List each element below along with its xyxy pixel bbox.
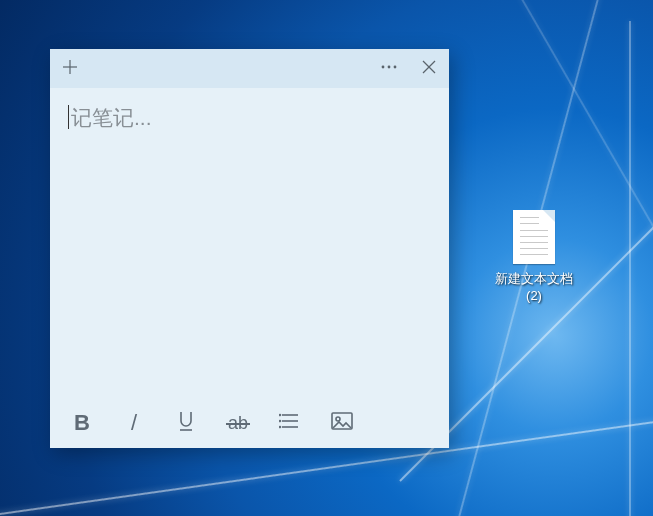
more-icon bbox=[380, 59, 398, 79]
bold-button[interactable]: B bbox=[56, 398, 108, 448]
svg-point-4 bbox=[394, 65, 397, 68]
bullet-list-button[interactable] bbox=[264, 398, 316, 448]
plus-icon bbox=[62, 59, 78, 79]
strikethrough-button[interactable]: ab bbox=[212, 398, 264, 448]
svg-point-3 bbox=[388, 65, 391, 68]
bold-icon: B bbox=[74, 410, 90, 436]
svg-point-12 bbox=[280, 420, 281, 421]
underline-icon bbox=[176, 409, 196, 438]
italic-icon: / bbox=[131, 410, 137, 436]
insert-image-button[interactable] bbox=[316, 398, 368, 448]
close-note-button[interactable] bbox=[409, 49, 449, 88]
svg-point-2 bbox=[382, 65, 385, 68]
strikethrough-icon: ab bbox=[228, 413, 248, 434]
svg-point-11 bbox=[280, 414, 281, 415]
note-text-area[interactable]: 记笔记... bbox=[50, 88, 449, 398]
desktop-file-label: 新建文本文档 (2) bbox=[490, 270, 578, 304]
text-document-icon bbox=[513, 210, 555, 264]
image-icon bbox=[330, 411, 354, 436]
new-note-button[interactable] bbox=[50, 49, 90, 88]
close-icon bbox=[422, 60, 436, 78]
italic-button[interactable]: / bbox=[108, 398, 160, 448]
list-icon bbox=[279, 411, 301, 436]
svg-point-13 bbox=[280, 426, 281, 427]
desktop[interactable]: 新建文本文档 (2) bbox=[0, 0, 653, 516]
note-menu-button[interactable] bbox=[369, 49, 409, 88]
svg-point-15 bbox=[336, 417, 340, 421]
note-placeholder-text: 记笔记... bbox=[71, 106, 152, 129]
desktop-file-text-document[interactable]: 新建文本文档 (2) bbox=[490, 210, 578, 304]
underline-button[interactable] bbox=[160, 398, 212, 448]
sticky-note-window: 记笔记... B / ab bbox=[50, 49, 449, 448]
note-titlebar bbox=[50, 49, 449, 88]
note-format-toolbar: B / ab bbox=[50, 398, 449, 448]
text-caret bbox=[68, 105, 69, 129]
